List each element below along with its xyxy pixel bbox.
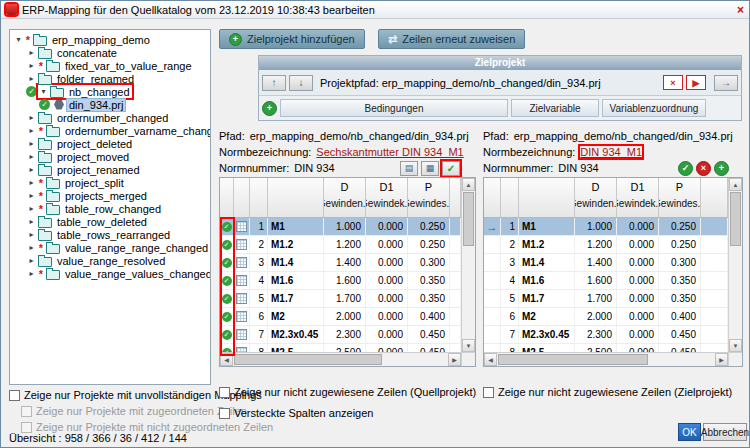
table-row[interactable]: ✓3M1.41.4000.0000.300 bbox=[220, 254, 461, 272]
scroll-left-icon[interactable]: ◀ bbox=[484, 353, 497, 366]
reassign-rows-button[interactable]: ⇄ Zeilen erneut zuweisen bbox=[378, 29, 525, 49]
tree-item-value_range_resolved[interactable]: ▸value_range_resolved bbox=[10, 254, 210, 267]
row-number: 4 bbox=[501, 272, 519, 289]
collapse-icon[interactable]: ▾ bbox=[38, 87, 49, 96]
horizontal-scrollbar[interactable]: ◀▶ bbox=[220, 352, 461, 366]
reject-button[interactable]: × bbox=[696, 161, 711, 176]
expand-icon[interactable]: ▸ bbox=[26, 230, 37, 239]
vertical-scrollbar[interactable]: ▲▼ bbox=[728, 178, 742, 352]
tree-item-fixed_var_to_value_range[interactable]: ▸*fixed_var_to_value_range bbox=[10, 59, 210, 72]
tree-item-project_moved[interactable]: ▸project_moved bbox=[10, 150, 210, 163]
table-row[interactable]: ✓5M1.71.7000.0000.350 bbox=[220, 290, 461, 308]
expand-icon[interactable]: ▸ bbox=[26, 217, 37, 226]
cancel-button[interactable]: Abbrechen bbox=[703, 423, 747, 441]
scroll-thumb[interactable] bbox=[234, 354, 382, 365]
close-icon[interactable]: × bbox=[737, 3, 744, 17]
table-row[interactable]: →1M11.0000.0000.250 bbox=[484, 218, 728, 236]
tree-item-table_row_deleted[interactable]: ▸table_row_deleted bbox=[10, 215, 210, 228]
checkbox-versteckte-spalten-anzeigen[interactable]: Versteckte Spalten anzeigen bbox=[219, 407, 476, 419]
column-header[interactable]: D1Gewindek... bbox=[617, 178, 659, 217]
scroll-thumb[interactable] bbox=[498, 354, 648, 365]
delete-target-button[interactable]: × bbox=[663, 75, 683, 90]
add-target-project-button[interactable]: + Zielprojekt hinzufügen bbox=[219, 29, 365, 49]
scroll-left-icon[interactable]: ◀ bbox=[220, 353, 233, 366]
column-header[interactable]: PGewindes... bbox=[659, 178, 701, 217]
table-row[interactable]: 3M1.41.4000.0000.300 bbox=[484, 254, 728, 272]
column-header[interactable]: DGewinden... bbox=[575, 178, 617, 217]
column-header[interactable]: DGewinden... bbox=[324, 178, 366, 217]
tree-item-din_934.prj[interactable]: ✓din_934.prj bbox=[10, 98, 210, 111]
expand-icon[interactable]: ▸ bbox=[26, 126, 37, 135]
table-row[interactable]: 6M22.0000.0000.400 bbox=[484, 308, 728, 326]
add-row-button[interactable]: + bbox=[714, 161, 729, 176]
expand-icon[interactable]: ▸ bbox=[26, 269, 37, 278]
checkbox-zeige-nur-nicht-zugewiesene-zeilen-zielprojekt-[interactable]: Zeige nur nicht zugewiesene Zeilen (Ziel… bbox=[483, 386, 732, 398]
column-header[interactable]: D1Gewindek... bbox=[366, 178, 408, 217]
table-row[interactable]: 4M1.61.6000.0000.350 bbox=[484, 272, 728, 290]
ok-button[interactable]: OK bbox=[678, 423, 701, 441]
expand-icon[interactable]: ▸ bbox=[26, 74, 37, 83]
scroll-right-icon[interactable]: ▶ bbox=[448, 353, 461, 366]
tree-item-folder_renamed[interactable]: ▸folder_renamed bbox=[10, 72, 210, 85]
table-row[interactable]: 5M1.71.7000.0000.350 bbox=[484, 290, 728, 308]
tree-item-concatenate[interactable]: ▸concatenate bbox=[10, 46, 210, 59]
tree-item-table_rows_rearranged[interactable]: ▸table_rows_rearranged bbox=[10, 228, 210, 241]
vertical-scrollbar[interactable]: ▲▼ bbox=[461, 178, 475, 352]
collapse-icon[interactable]: ▾ bbox=[13, 35, 24, 44]
expand-icon[interactable]: ▸ bbox=[26, 204, 37, 213]
expand-icon[interactable]: ▸ bbox=[26, 256, 37, 265]
expand-icon[interactable]: ▸ bbox=[26, 191, 37, 200]
expand-icon[interactable]: ▸ bbox=[26, 165, 37, 174]
run-mapping-button[interactable]: ▶ bbox=[686, 75, 706, 90]
tree-item-value_range_range_changed[interactable]: ▸*value_range_range_changed bbox=[10, 241, 210, 254]
expand-icon[interactable]: ▸ bbox=[26, 48, 37, 57]
table-row[interactable]: ✓1M11.0000.0000.250 bbox=[220, 218, 461, 236]
checkbox-zeige-nur-nicht-zugewiesene-zeilen-quellprojekt-[interactable]: Zeige nur nicht zugewiesene Zeilen (Quel… bbox=[219, 386, 476, 398]
table-row[interactable]: 7M2.3x0.452.3000.0000.450 bbox=[484, 326, 728, 344]
table-row[interactable]: 2M1.21.2000.0000.250 bbox=[484, 236, 728, 254]
table-row[interactable]: ✓6M22.0000.0000.400 bbox=[220, 308, 461, 326]
table-row-icon bbox=[236, 275, 247, 286]
section-variable-mapping[interactable]: Variablenzuordnung bbox=[602, 99, 706, 117]
scroll-down-icon[interactable]: ▼ bbox=[729, 339, 742, 352]
horizontal-scrollbar[interactable]: ◀▶ bbox=[484, 352, 728, 366]
assign-right-button[interactable]: → bbox=[714, 75, 738, 91]
section-conditions[interactable]: Bedingungen bbox=[280, 99, 508, 117]
scroll-down-icon[interactable]: ▼ bbox=[462, 339, 475, 352]
expand-icon[interactable]: ▸ bbox=[26, 139, 37, 148]
tree-item-ordernumber_changed[interactable]: ▸ordernumber_changed bbox=[10, 111, 210, 124]
expand-icon[interactable]: ▸ bbox=[26, 152, 37, 161]
table-row[interactable]: ✓2M1.21.2000.0000.250 bbox=[220, 236, 461, 254]
move-up-button[interactable]: ↑ bbox=[262, 75, 286, 91]
row-value: 0.000 bbox=[617, 326, 659, 343]
assigned-check-icon: ✓ bbox=[222, 330, 232, 340]
expand-icon[interactable]: ▸ bbox=[26, 243, 37, 252]
add-condition-button[interactable]: + bbox=[262, 101, 277, 116]
expand-icon[interactable]: ▸ bbox=[26, 113, 37, 122]
accept-button[interactable]: ✓ bbox=[678, 161, 693, 176]
section-target-variable[interactable]: Zielvariable bbox=[511, 99, 599, 117]
tree-item-erp_mapping_demo[interactable]: ▾*erp_mapping_demo bbox=[10, 33, 210, 46]
tree-item-value_range_values_changed[interactable]: ▸*value_range_values_changed bbox=[10, 267, 210, 280]
tree-item-table_row_changed[interactable]: ▸*table_row_changed bbox=[10, 202, 210, 215]
scroll-right-icon[interactable]: ▶ bbox=[715, 353, 728, 366]
tree-item-ordernumber_varname_changed[interactable]: ▸*ordernumber_varname_changed bbox=[10, 124, 210, 137]
tree-item-project_deleted[interactable]: ▸project_deleted bbox=[10, 137, 210, 150]
table-row[interactable]: ✓7M2.3x0.452.3000.0000.450 bbox=[220, 326, 461, 344]
tree-item-project_renamed[interactable]: ▸project_renamed bbox=[10, 163, 210, 176]
scroll-up-icon[interactable]: ▲ bbox=[462, 178, 475, 191]
confirm-mapping-button[interactable]: ✓ bbox=[442, 161, 460, 176]
tree-item-nb_changed[interactable]: ✓▾nb_changed bbox=[10, 85, 210, 98]
tree-item-project_split[interactable]: ▸*project_split bbox=[10, 176, 210, 189]
scroll-thumb[interactable] bbox=[463, 192, 474, 246]
column-header[interactable]: PGewindes... bbox=[408, 178, 450, 217]
tree-item-projects_merged[interactable]: ▸*projects_merged bbox=[10, 189, 210, 202]
move-down-button[interactable]: ↓ bbox=[289, 75, 313, 91]
table-view-button-1[interactable]: ▤ bbox=[400, 161, 418, 176]
table-view-button-2[interactable]: ▦ bbox=[421, 161, 439, 176]
table-row[interactable]: ✓4M1.61.6000.0000.350 bbox=[220, 272, 461, 290]
expand-icon[interactable]: ▸ bbox=[26, 61, 37, 70]
scroll-up-icon[interactable]: ▲ bbox=[729, 178, 742, 191]
scroll-thumb[interactable] bbox=[730, 192, 741, 246]
expand-icon[interactable]: ▸ bbox=[26, 178, 37, 187]
